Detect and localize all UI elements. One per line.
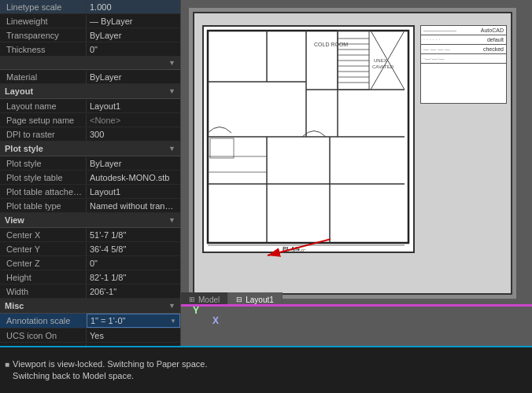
prop-label: Page setup name — [0, 114, 87, 127]
layout-icon: ⊟ — [236, 296, 242, 303]
prop-row-plot-table-attached: Plot table attached to Layout1 — [0, 185, 180, 199]
section-misc[interactable]: Misc ▼ — [0, 299, 180, 314]
svg-rect-31 — [210, 138, 234, 158]
title-block: —————— AutoCAD · · · · · · default — — —… — [420, 25, 507, 104]
prop-label: Transparency — [0, 29, 87, 42]
prop-value: 82'-1 1/8" — [87, 271, 180, 284]
section-title: View — [5, 215, 24, 225]
prop-value: Named without translatio... — [87, 200, 180, 212]
prop-label: Plot style table — [0, 171, 87, 184]
title-block-row: · · · · · · default — [421, 35, 506, 45]
section-arrow: ▼ — [168, 145, 175, 152]
prop-label: Center Z — [0, 257, 87, 270]
prop-value: ByLayer — [87, 29, 180, 42]
command-icon: ■ — [5, 359, 9, 370]
prop-row-plot-style: Plot style ByLayer — [0, 156, 180, 171]
prop-value: 36'-4 5/8" — [87, 243, 180, 255]
prop-value: Layout1 — [87, 100, 180, 112]
prop-label: Plot table attached to — [0, 185, 87, 198]
properties-panel: Linetype scale 1.000 Lineweight — ByLaye… — [0, 0, 181, 346]
title-block-row: — — — — checked — [421, 45, 506, 54]
paper-sheet: COLD ROOM UNEX- CAVATED PLAN 1/8" = 1'-0… — [193, 12, 512, 295]
svg-rect-8 — [338, 31, 369, 90]
command-line-row-2: ■ Switching back to Model space. — [5, 370, 527, 382]
command-text-1: Viewport is view-locked. Switching to Pa… — [13, 358, 207, 370]
section-title: Plot style — [5, 144, 43, 153]
prop-value: 0" — [87, 257, 180, 270]
annotation-scale-label: Annotation scale — [0, 314, 87, 327]
prop-label: Lineweight — [0, 15, 87, 28]
command-line-row-1: ■ Viewport is view-locked. Switching to … — [5, 358, 527, 370]
prop-label: Center X — [0, 229, 87, 241]
tab-model-label: Model — [198, 296, 220, 304]
prop-label: Linetype scale — [0, 1, 87, 13]
paper-edge-line — [181, 304, 532, 307]
prop-row-center-x: Center X 51'-7 1/8" — [0, 228, 180, 242]
prop-row-plot-table-type: Plot table type Named without translatio… — [0, 199, 180, 213]
svg-text:1/8" = 1'-0": 1/8" = 1'-0" — [283, 248, 305, 253]
prop-value: — ByLayer — [87, 15, 180, 28]
prop-label: Center Y — [0, 243, 87, 255]
title-block-row: —————— AutoCAD — [421, 26, 506, 35]
prop-label: UCS icon On — [0, 329, 87, 342]
svg-text:UNEX-: UNEX- — [374, 58, 389, 63]
command-text-2: Switching back to Model space. — [13, 370, 134, 382]
annotation-scale-value[interactable]: 1" = 1'-0" ▼ — [87, 314, 180, 328]
prop-label: Layout name — [0, 100, 87, 112]
tab-layout1-label: Layout1 — [246, 296, 274, 304]
title-block-row: ·—·—·— — [421, 54, 506, 64]
prop-label: Width — [0, 285, 87, 298]
dropdown-arrow-icon: ▼ — [170, 318, 176, 325]
prop-row-thickness: Thickness 0" — [0, 42, 180, 57]
section-arrow: ▼ — [168, 216, 175, 224]
prop-row-ucs-icon-on: UCS icon On Yes — [0, 329, 180, 343]
prop-row-plot-style-table: Plot style table Autodesk-MONO.stb — [0, 171, 180, 185]
prop-label: DPI to raster — [0, 128, 87, 141]
prop-row-annotation-scale[interactable]: Annotation scale 1" = 1'-0" ▼ — [0, 314, 180, 329]
prop-value: 0" — [87, 43, 180, 56]
prop-value: Yes — [87, 329, 180, 342]
section-arrow: ▼ — [168, 59, 175, 67]
prop-row-center-z: Center Z 0" — [0, 256, 180, 270]
prop-row-dpi: DPI to raster 300 — [0, 127, 180, 141]
prop-row-height: Height 82'-1 1/8" — [0, 270, 180, 285]
section-title: Misc — [5, 301, 24, 310]
prop-value: Layout1 — [87, 185, 180, 198]
section-plot-style[interactable]: Plot style ▼ — [0, 141, 180, 156]
prop-value: 51'-7 1/8" — [87, 229, 180, 241]
section-title: Layout — [5, 86, 33, 96]
prop-row-page-setup: Page setup name <None> — [0, 113, 180, 127]
prop-row-transparency: Transparency ByLayer — [0, 28, 180, 42]
section-arrow: ▼ — [168, 302, 175, 310]
canvas-area: COLD ROOM UNEX- CAVATED PLAN 1/8" = 1'-0… — [181, 0, 532, 346]
prop-value: ByLayer — [87, 71, 180, 83]
paper-background: COLD ROOM UNEX- CAVATED PLAN 1/8" = 1'-0… — [189, 8, 516, 299]
floor-plan-viewport: COLD ROOM UNEX- CAVATED PLAN 1/8" = 1'-0… — [202, 25, 415, 253]
section-arrow: ▼ — [168, 87, 175, 95]
prop-label: Material — [0, 71, 87, 83]
section-layout[interactable]: Layout ▼ — [0, 84, 180, 99]
svg-text:CAVATED: CAVATED — [372, 64, 394, 69]
prop-row-material: Material ByLayer — [0, 70, 180, 84]
prop-value: ByLayer — [87, 157, 180, 170]
prop-value: 300 — [87, 128, 180, 141]
section-3d-viz[interactable]: ▼ — [0, 57, 180, 70]
section-view[interactable]: View ▼ — [0, 213, 180, 228]
prop-row-linetype-scale: Linetype scale 1.000 — [0, 0, 180, 14]
prop-label: Plot table type — [0, 200, 87, 212]
prop-row-width: Width 206'-1" — [0, 285, 180, 299]
prop-label: Plot style — [0, 157, 87, 170]
prop-row-center-y: Center Y 36'-4 5/8" — [0, 242, 180, 256]
prop-row-lineweight: Lineweight — ByLayer — [0, 14, 180, 28]
command-line: ■ Viewport is view-locked. Switching to … — [0, 346, 532, 393]
axis-x-label: X — [212, 315, 219, 326]
prop-row-layout-name: Layout name Layout1 — [0, 99, 180, 113]
prop-value: 1.000 — [87, 1, 180, 13]
annotation-scale-text: 1" = 1'-0" — [91, 316, 125, 325]
model-icon: ⊞ — [189, 296, 195, 303]
prop-label: Thickness — [0, 43, 87, 56]
axis-y-label: Y — [193, 305, 199, 316]
prop-value: <None> — [87, 114, 180, 127]
prop-label: Height — [0, 271, 87, 284]
prop-value: 206'-1" — [87, 285, 180, 298]
